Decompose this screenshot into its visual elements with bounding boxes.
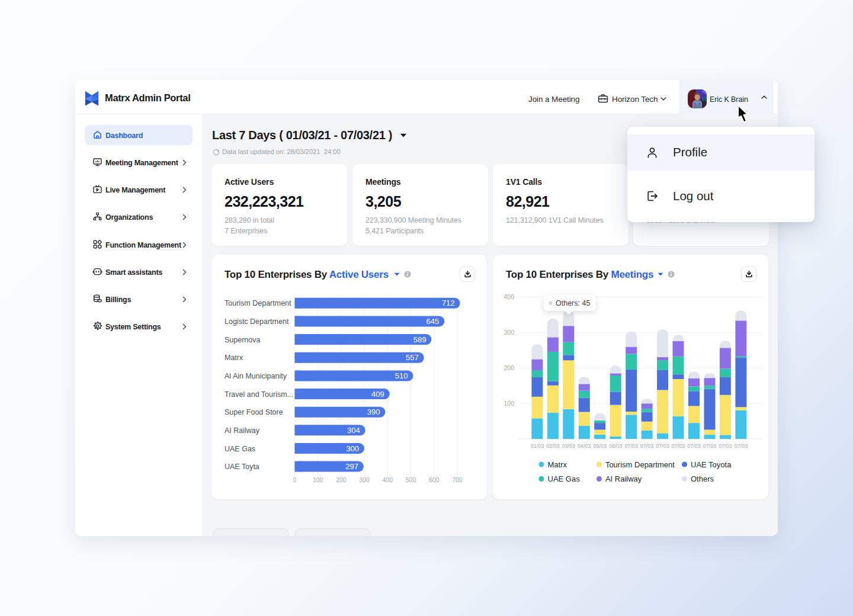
svg-text:AI Railway: AI Railway [225,426,260,435]
svg-text:712: 712 [442,299,455,307]
svg-text:500: 500 [406,476,416,483]
svg-text:Al Ain Municipanity: Al Ain Municipanity [225,372,287,380]
svg-text:Super Food Store: Super Food Store [225,408,283,416]
svg-text:557: 557 [406,353,419,362]
svg-text:Logistc Department: Logistc Department [225,317,289,326]
svg-text:02/03: 02/03 [546,443,560,449]
svg-text:07/03: 07/03 [687,443,701,449]
svg-text:07/03: 07/03 [719,443,732,449]
svg-text:Others: 45: Others: 45 [556,299,590,307]
svg-text:07/03: 07/03 [624,443,638,449]
svg-text:Tourism Department: Tourism Department [225,299,291,307]
svg-text:06/03: 06/03 [609,443,623,449]
svg-text:300: 300 [359,476,370,483]
svg-text:UAE Gas: UAE Gas [225,445,255,453]
svg-text:0: 0 [293,476,297,483]
svg-text:100: 100 [313,476,323,483]
svg-text:07/03: 07/03 [735,443,748,449]
svg-text:400: 400 [504,293,514,300]
svg-text:200: 200 [336,476,347,483]
svg-text:07/03: 07/03 [640,443,654,449]
svg-text:304: 304 [347,426,360,435]
svg-text:200: 200 [504,364,514,371]
svg-text:645: 645 [426,317,440,326]
svg-text:07/03: 07/03 [672,443,685,449]
svg-text:Others: Others [691,474,714,483]
svg-text:04/03: 04/03 [578,443,591,449]
svg-text:100: 100 [504,400,514,407]
svg-text:Supernova: Supernova [225,336,261,344]
svg-text:400: 400 [383,476,393,483]
svg-text:Matrx: Matrx [225,354,243,362]
svg-text:589: 589 [413,335,426,344]
svg-text:297: 297 [345,462,358,471]
svg-text:05/03: 05/03 [593,443,607,449]
svg-text:07/03: 07/03 [656,443,669,449]
svg-text:AI Railway: AI Railway [605,474,642,483]
svg-text:01/03: 01/03 [531,443,544,449]
svg-text:510: 510 [395,371,408,380]
svg-text:300: 300 [504,329,514,336]
svg-text:Matrx: Matrx [548,460,567,469]
svg-text:UAE Toyta: UAE Toyta [225,463,259,471]
svg-text:Travel and Tourism...: Travel and Tourism... [225,390,293,399]
svg-text:300: 300 [346,444,359,453]
svg-text:Tourism Department: Tourism Department [605,460,675,469]
svg-text:409: 409 [371,390,384,399]
svg-text:07/03: 07/03 [703,443,717,449]
svg-text:390: 390 [367,408,380,416]
svg-text:UAE Gas: UAE Gas [548,474,581,483]
svg-text:700: 700 [452,476,463,483]
svg-text:03/03: 03/03 [562,443,576,449]
svg-text:UAE Toyota: UAE Toyota [691,460,732,469]
svg-text:600: 600 [429,476,440,483]
